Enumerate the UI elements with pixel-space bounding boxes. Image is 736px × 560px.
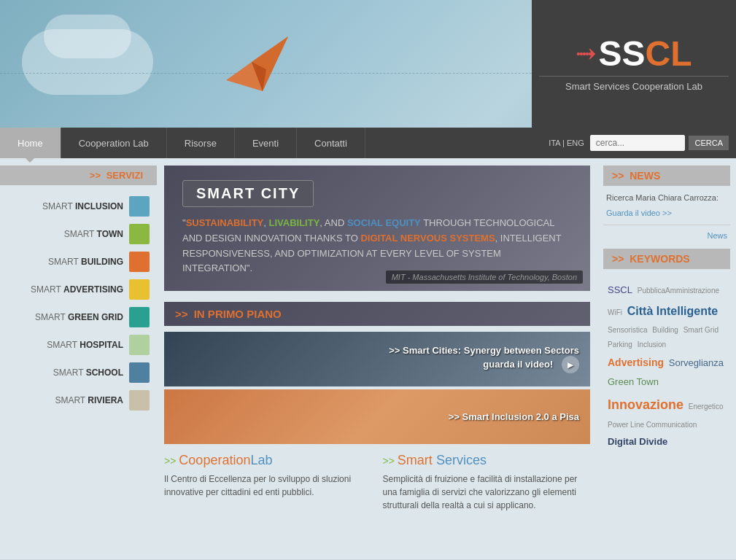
lang-eng[interactable]: ENG	[567, 139, 584, 147]
logo-pulse: ⤑	[576, 42, 595, 66]
sidebar-label-town: SMART TOWN	[64, 229, 123, 239]
col-cooperation-title: >>CooperationLab	[164, 453, 372, 468]
right-sidebar: >> NEWS Ricerca Maria Chiara Carrozza: G…	[597, 158, 736, 559]
kw-digital-divide[interactable]: Digital Divide	[608, 436, 667, 447]
video-label-2: >> Smart Inclusion 2.0 a Pisa	[449, 411, 579, 422]
main-layout: >> SERVIZI SMART INCLUSION SMART TOWN SM…	[0, 158, 736, 559]
news-section-title: >> NEWS	[603, 166, 730, 186]
video-label-1: >> Smart Cities: Synergy between Sectors…	[389, 345, 579, 373]
video-item-1[interactable]: >> Smart Cities: Synergy between Sectors…	[164, 332, 590, 386]
left-sidebar: >> SERVIZI SMART INCLUSION SMART TOWN SM…	[0, 158, 157, 559]
navigation: Home Cooperation Lab Risorse Eventi Cont…	[0, 128, 736, 158]
paper-plane-icon	[219, 22, 299, 102]
news-text: Ricerca Maria Chiara Carrozza:	[603, 192, 730, 204]
keywords-title-text: KEYWORDS	[630, 253, 689, 265]
section-primo-piano-header: >> IN PRIMO PIANO	[164, 302, 590, 326]
kw-sensoristica[interactable]: Sensoristica	[608, 326, 647, 334]
lang-ita[interactable]: ITA	[549, 139, 560, 147]
keywords-cloud: SSCL PubblicaAmministrazione WiFi Città …	[603, 275, 730, 457]
smart-city-banner: SMART CITY "SUSTAINABILITY, LIVABILITY, …	[164, 166, 590, 291]
sidebar-title: >> SERVIZI	[0, 166, 157, 185]
search-button[interactable]: CERCA	[689, 136, 729, 150]
sidebar-color-inclusion	[129, 196, 150, 217]
bottom-col-cooperation: >>CooperationLab Il Centro di Eccellenza…	[164, 453, 372, 512]
video-item-2[interactable]: >> Smart Inclusion 2.0 a Pisa	[164, 389, 590, 444]
news-title-prefix: >>	[612, 170, 624, 182]
video-play-icon-1: ▶	[562, 356, 579, 373]
kw-sorveglianza[interactable]: Sorveglianza	[669, 357, 724, 368]
sidebar-color-hospital	[129, 335, 150, 355]
nav-item-contatti[interactable]: Contatti	[297, 128, 365, 158]
sidebar-color-building	[129, 252, 150, 272]
sidebar-title-prefix: >>	[90, 170, 101, 181]
sidebar-item-building[interactable]: SMART BUILDING	[0, 248, 157, 276]
news-video-link[interactable]: Guarda il video >>	[603, 209, 730, 217]
kw-advertising[interactable]: Advertising	[608, 357, 664, 368]
kw-inclusion[interactable]: Inclusion	[638, 341, 666, 349]
news-title-text: NEWS	[630, 170, 660, 182]
sidebar-label-school: SMART SCHOOL	[53, 368, 123, 378]
bottom-col-smart-services: >>Smart Services Semplicità di fruizione…	[383, 453, 591, 512]
logo-subtitle: Smart Services Cooperation Lab	[539, 76, 729, 92]
kw-building[interactable]: Building	[652, 326, 678, 334]
kw-smart-grid[interactable]: Smart Grid	[683, 326, 718, 334]
kw-sscl[interactable]: SSCL	[608, 284, 632, 295]
nav-item-home[interactable]: Home	[0, 128, 61, 158]
center-content: SMART CITY "SUSTAINABILITY, LIVABILITY, …	[157, 158, 597, 559]
col-smart-services-title: >>Smart Services	[383, 453, 591, 468]
news-more-link[interactable]: News	[603, 231, 730, 240]
news-divider	[603, 225, 730, 225]
sidebar-item-town[interactable]: SMART TOWN	[0, 220, 157, 248]
sidebar-color-riviera	[129, 390, 150, 411]
logo-ss: SS	[598, 36, 645, 71]
sidebar-item-school[interactable]: SMART SCHOOL	[0, 359, 157, 386]
keywords-title-prefix: >>	[612, 253, 624, 265]
smart-city-quote: "SUSTAINABILITY, LIVABILITY, AND SOCIAL …	[182, 216, 572, 276]
sidebar-item-riviera[interactable]: SMART RIVIERA	[0, 386, 157, 414]
nav-right: ITA | ENG CERCA	[549, 135, 736, 151]
sidebar-item-greengrid[interactable]: SMART GREEN GRID	[0, 303, 157, 331]
sidebar-title-text: SERVIZI	[106, 170, 143, 181]
logo: ⤑ SSCL	[576, 36, 692, 71]
sidebar-color-town	[129, 224, 150, 244]
sidebar-label-greengrid: SMART GREEN GRID	[35, 312, 123, 322]
cloud-decoration-2	[44, 15, 131, 58]
sidebar-color-advertising	[129, 279, 150, 300]
sidebar-label-riviera: SMART RIVIERA	[55, 395, 123, 405]
sidebar-item-hospital[interactable]: SMART HOSPITAL	[0, 331, 157, 359]
section-primo-piano-title: IN PRIMO PIANO	[194, 308, 282, 320]
nav-item-eventi[interactable]: Eventi	[235, 128, 297, 158]
nav-items: Home Cooperation Lab Risorse Eventi Cont…	[0, 128, 549, 158]
video-list: >> Smart Cities: Synergy between Sectors…	[164, 332, 590, 444]
sidebar-color-school	[129, 362, 150, 383]
kw-energetico[interactable]: Energetico	[689, 402, 724, 411]
section-prefix-icon: >>	[175, 308, 188, 320]
kw-wifi[interactable]: WiFi	[608, 308, 622, 316]
sidebar-item-inclusion[interactable]: SMART INCLUSION	[0, 192, 157, 220]
kw-green-town[interactable]: Green Town	[608, 376, 659, 387]
col-cooperation-text: Il Centro di Eccellenza per lo sviluppo …	[164, 472, 372, 499]
logo-cl: CL	[646, 36, 692, 71]
search-form: CERCA	[590, 135, 729, 151]
sidebar-color-greengrid	[129, 307, 150, 327]
kw-innovazione[interactable]: Innovazione	[608, 397, 683, 412]
language-switcher: ITA | ENG	[549, 139, 584, 147]
nav-item-risorse[interactable]: Risorse	[167, 128, 235, 158]
search-input[interactable]	[590, 135, 685, 151]
kw-pubblica[interactable]: PubblicaAmministrazione	[638, 287, 719, 295]
smart-city-title: SMART CITY	[182, 180, 314, 207]
bottom-columns: >>CooperationLab Il Centro di Eccellenza…	[164, 453, 590, 512]
header: ⤑ SSCL Smart Services Cooperation Lab	[0, 0, 736, 128]
sidebar-item-advertising[interactable]: SMART ADVERTISING	[0, 276, 157, 303]
kw-parking[interactable]: Parking	[608, 341, 632, 349]
keywords-section-title: >> KEYWORDS	[603, 249, 730, 269]
nav-item-cooperation-lab[interactable]: Cooperation Lab	[61, 128, 167, 158]
sidebar-label-building: SMART BUILDING	[48, 257, 123, 267]
kw-power-line[interactable]: Power Line Communication	[608, 421, 697, 429]
sidebar-label-inclusion: SMART INCLUSION	[42, 201, 123, 211]
logo-block: ⤑ SSCL Smart Services Cooperation Lab	[532, 0, 736, 128]
sidebar-label-hospital: SMART HOSPITAL	[47, 340, 123, 350]
kw-citta[interactable]: Città Intelligente	[627, 305, 718, 317]
col-smart-services-text: Semplicità di fruizione e facilità di in…	[383, 472, 591, 512]
sidebar-label-advertising: SMART ADVERTISING	[31, 284, 123, 295]
